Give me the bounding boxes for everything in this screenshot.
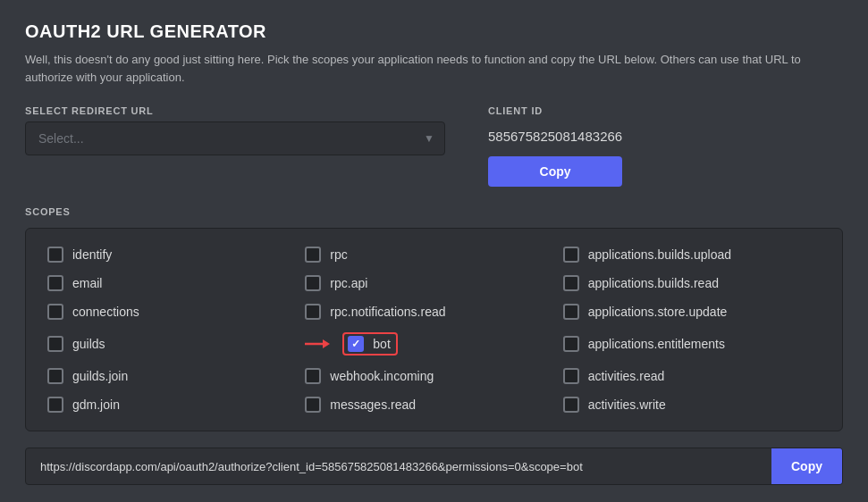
scope-item-webhook-incoming: webhook.incoming [305, 368, 562, 384]
scopes-grid: identify rpc applications.builds.upload … [47, 247, 821, 413]
copy-client-id-button[interactable]: Copy [488, 156, 622, 187]
scope-checkbox-bot[interactable] [348, 336, 364, 352]
scopes-box: identify rpc applications.builds.upload … [25, 228, 843, 431]
scope-checkbox-applications-builds-upload[interactable] [563, 247, 579, 263]
scopes-label: SCOPES [25, 206, 843, 217]
scope-checkbox-rpc-notifications-read[interactable] [305, 304, 321, 320]
scope-label-applications-entitlements: applications.entitlements [588, 337, 725, 351]
scope-checkbox-identify[interactable] [47, 247, 63, 263]
scope-label-activities-write: activities.write [588, 397, 666, 412]
scope-checkbox-guilds-join[interactable] [47, 368, 63, 384]
scope-label-webhook-incoming: webhook.incoming [330, 369, 434, 383]
scope-checkbox-rpc[interactable] [305, 247, 321, 263]
scope-checkbox-activities-write[interactable] [563, 397, 579, 413]
scope-checkbox-guilds[interactable] [47, 336, 63, 352]
redirect-url-select[interactable]: Select... [25, 121, 445, 155]
page-title: OAUTH2 URL GENERATOR [25, 21, 843, 42]
svg-marker-1 [323, 339, 330, 348]
scope-item-applications-entitlements: applications.entitlements [563, 332, 821, 356]
scope-checkbox-activities-read[interactable] [563, 368, 579, 384]
scope-label-gdm-join: gdm.join [72, 397, 120, 412]
scope-item-applications-builds-upload: applications.builds.upload [563, 247, 821, 263]
scope-checkbox-gdm-join[interactable] [47, 397, 63, 413]
scope-label-applications-store-update: applications.store.update [588, 305, 728, 319]
scope-checkbox-applications-store-update[interactable] [563, 304, 579, 320]
scope-item-guilds-join: guilds.join [47, 368, 305, 384]
redirect-url-group: SELECT REDIRECT URL Select... ▼ [25, 105, 445, 155]
scope-checkbox-connections[interactable] [47, 304, 63, 320]
scope-item-rpc-notifications-read: rpc.notifications.read [305, 304, 562, 320]
scope-label-rpc-notifications-read: rpc.notifications.read [330, 305, 445, 319]
client-id-value: 585675825081483266 [488, 121, 622, 147]
scope-checkbox-email[interactable] [47, 275, 63, 291]
scope-item-activities-read: activities.read [563, 368, 821, 384]
scope-item-connections: connections [47, 304, 305, 320]
scope-label-activities-read: activities.read [588, 369, 665, 383]
scope-label-messages-read: messages.read [330, 397, 416, 412]
scope-label-bot: bot [373, 337, 390, 351]
client-id-label: CLIENT ID [488, 105, 622, 116]
scope-item-guilds: guilds [47, 332, 305, 356]
page-description: Well, this doesn't do any good just sitt… [25, 51, 843, 86]
scope-label-guilds: guilds [72, 337, 105, 351]
scope-item-identify: identify [47, 247, 305, 263]
scope-item-activities-write: activities.write [563, 397, 821, 413]
scope-label-guilds-join: guilds.join [72, 369, 128, 383]
scope-item-bot: bot [305, 332, 562, 356]
scope-label-connections: connections [72, 305, 139, 319]
scope-item-messages-read: messages.read [305, 397, 562, 413]
url-copy-button[interactable]: Copy [771, 448, 842, 484]
arrow-right-icon [305, 336, 330, 352]
scope-checkbox-applications-builds-read[interactable] [563, 275, 579, 291]
scope-item-applications-store-update: applications.store.update [563, 304, 821, 320]
scope-label-rpc-api: rpc.api [330, 276, 367, 290]
scope-label-email: email [72, 276, 102, 290]
bot-highlight-box: bot [342, 332, 397, 356]
scope-label-rpc: rpc [330, 247, 347, 262]
scope-checkbox-applications-entitlements[interactable] [563, 336, 579, 352]
url-bar: https://discordapp.com/api/oauth2/author… [25, 448, 843, 485]
form-row: SELECT REDIRECT URL Select... ▼ CLIENT I… [25, 105, 843, 187]
scope-item-rpc-api: rpc.api [305, 275, 562, 291]
scope-label-identify: identify [72, 247, 112, 262]
redirect-url-wrapper: Select... ▼ [25, 121, 445, 155]
scope-item-rpc: rpc [305, 247, 562, 263]
scope-checkbox-webhook-incoming[interactable] [305, 368, 321, 384]
page-container: OAUTH2 URL GENERATOR Well, this doesn't … [0, 0, 868, 502]
redirect-url-label: SELECT REDIRECT URL [25, 105, 445, 116]
scope-label-applications-builds-read: applications.builds.read [588, 276, 719, 290]
scope-label-applications-builds-upload: applications.builds.upload [588, 247, 731, 262]
client-id-group: CLIENT ID 585675825081483266 Copy [488, 105, 622, 187]
scope-item-applications-builds-read: applications.builds.read [563, 275, 821, 291]
scope-item-gdm-join: gdm.join [47, 397, 305, 413]
scope-checkbox-messages-read[interactable] [305, 397, 321, 413]
scope-item-email: email [47, 275, 305, 291]
generated-url: https://discordapp.com/api/oauth2/author… [26, 449, 771, 484]
scope-checkbox-rpc-api[interactable] [305, 275, 321, 291]
